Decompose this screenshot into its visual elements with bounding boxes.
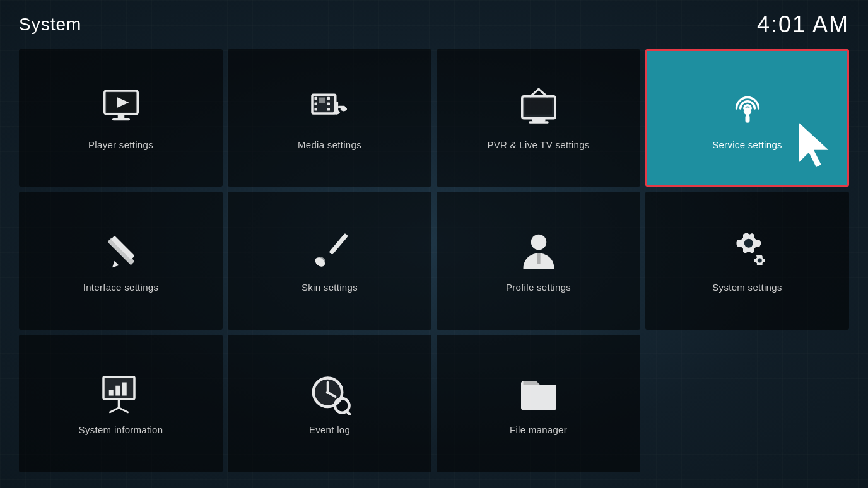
skin-icon (308, 229, 352, 273)
clock: 4:01 AM (757, 11, 849, 38)
service-settings-label: Service settings (712, 139, 782, 150)
svg-rect-44 (122, 383, 126, 396)
service-icon (725, 86, 770, 131)
tile-service-settings[interactable]: Service settings (645, 49, 849, 187)
svg-rect-9 (314, 102, 317, 105)
svg-rect-14 (319, 97, 326, 103)
svg-rect-10 (314, 108, 317, 110)
player-icon (99, 86, 143, 131)
interface-icon (99, 229, 143, 273)
system-settings-label: System settings (712, 282, 782, 293)
svg-rect-42 (108, 390, 113, 396)
svg-point-18 (340, 107, 347, 111)
svg-rect-43 (115, 386, 120, 396)
svg-point-52 (326, 391, 329, 394)
svg-marker-31 (112, 261, 119, 268)
tile-system-information[interactable]: System information (19, 335, 223, 472)
svg-rect-12 (327, 102, 329, 105)
tile-profile-settings[interactable]: Profile settings (437, 192, 640, 329)
filemanager-icon (517, 371, 561, 415)
media-icon (308, 86, 352, 131)
event-log-label: Event log (309, 424, 350, 435)
svg-rect-32 (107, 238, 134, 265)
svg-rect-28 (745, 115, 749, 122)
svg-point-27 (743, 107, 751, 115)
svg-line-54 (346, 411, 349, 414)
svg-point-21 (537, 88, 540, 90)
tile-skin-settings[interactable]: Skin settings (228, 192, 431, 329)
svg-point-17 (333, 110, 340, 114)
header: System 4:01 AM (0, 0, 868, 44)
svg-rect-4 (117, 113, 124, 118)
svg-rect-33 (329, 233, 348, 255)
svg-rect-37 (537, 253, 540, 264)
profile-icon (517, 229, 561, 273)
svg-rect-13 (327, 108, 329, 110)
tile-event-log[interactable]: Event log (228, 335, 431, 472)
sysinfo-icon (99, 371, 143, 415)
systemsettings-icon (725, 229, 770, 273)
main-grid: Player settings Media settings (0, 44, 868, 485)
svg-marker-29 (799, 123, 829, 167)
tile-interface-settings[interactable]: Interface settings (19, 192, 223, 329)
svg-rect-26 (529, 121, 549, 124)
tile-player-settings[interactable]: Player settings (19, 49, 223, 187)
media-settings-label: Media settings (298, 139, 361, 150)
tile-file-manager[interactable]: File manager (437, 335, 640, 472)
svg-line-47 (119, 408, 127, 412)
eventlog-icon (308, 371, 352, 415)
cursor-icon (792, 123, 836, 167)
pvr-settings-label: PVR & Live TV settings (487, 139, 589, 150)
pvr-icon (517, 86, 561, 131)
svg-rect-24 (525, 99, 552, 115)
profile-settings-label: Profile settings (506, 282, 571, 293)
svg-rect-45 (117, 399, 120, 408)
svg-rect-11 (327, 96, 329, 99)
tile-pvr-settings[interactable]: PVR & Live TV settings (437, 49, 640, 187)
page-title: System (19, 15, 81, 35)
tile-empty (645, 335, 849, 472)
svg-rect-5 (112, 118, 130, 120)
svg-line-46 (110, 408, 119, 412)
svg-rect-8 (314, 96, 317, 99)
svg-point-39 (757, 258, 761, 262)
skin-settings-label: Skin settings (302, 282, 358, 293)
system-information-label: System information (79, 424, 163, 435)
tile-media-settings[interactable]: Media settings (228, 49, 431, 187)
svg-point-38 (744, 239, 753, 248)
interface-settings-label: Interface settings (83, 282, 159, 293)
svg-point-36 (531, 235, 546, 250)
tile-system-settings[interactable]: System settings (645, 192, 849, 329)
file-manager-label: File manager (510, 424, 567, 435)
player-settings-label: Player settings (88, 139, 153, 150)
